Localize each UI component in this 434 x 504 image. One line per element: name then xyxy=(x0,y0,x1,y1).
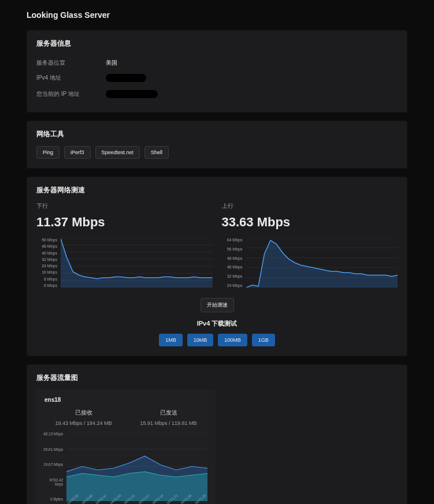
rx-stat: 已接收 19.43 Mbps / 184.24 MB xyxy=(41,409,126,426)
page-title: Looking Glass Server xyxy=(27,10,407,20)
tool-speedtest-button[interactable]: Speedtest.net xyxy=(95,146,140,159)
upload-label: 上行 xyxy=(222,202,398,210)
info-label: 服务器位置 xyxy=(36,59,106,67)
upload-chart: 64 Mbps56 Mbps48 Mbps40 Mbps32 Mbps24 Mb… xyxy=(222,238,398,288)
tools-heading: 网络工具 xyxy=(36,129,398,139)
start-speedtest-button[interactable]: 开始测速 xyxy=(201,298,234,312)
tx-summary: 15.91 Mbps / 119.81 MB xyxy=(126,420,211,426)
download-chart: 56 Mbps48 Mbps40 Mbps32 Mbps24 Mbps16 Mb… xyxy=(36,238,213,288)
rx-title: 已接收 xyxy=(41,409,126,417)
server-info-heading: 服务器信息 xyxy=(36,39,398,48)
server-info-card: 服务器信息 服务器位置 美国 IPv4 地址 您当前的 IP 地址 xyxy=(27,30,407,113)
interface-card: ens18 已接收 19.43 Mbps / 184.24 MB 已发送 15.… xyxy=(36,390,216,504)
info-row-ipv4: IPv4 地址 xyxy=(36,70,398,87)
info-label: IPv4 地址 xyxy=(36,74,106,83)
flow-heading: 服务器流量图 xyxy=(36,373,398,383)
download-label: 下行 xyxy=(36,202,213,210)
tool-ping-button[interactable]: Ping xyxy=(36,146,60,159)
tool-shell-button[interactable]: Shell xyxy=(144,146,169,159)
download-10mb-button[interactable]: 10MB xyxy=(187,334,214,346)
rx-summary: 19.43 Mbps / 184.24 MB xyxy=(41,420,126,426)
download-column: 下行 11.37 Mbps 56 Mbps48 Mbps40 Mbps32 Mb… xyxy=(36,202,213,288)
download-1mb-button[interactable]: 1MB xyxy=(159,334,183,346)
info-label: 您当前的 IP 地址 xyxy=(36,90,106,99)
info-row-location: 服务器位置 美国 xyxy=(36,55,398,70)
flow-chart: 40.13 Mbps29.61 Mbps19.67 Mbps9703.42 kb… xyxy=(41,432,211,504)
tool-iperf3-button[interactable]: iPerf3 xyxy=(64,146,91,159)
interface-name: ens18 xyxy=(41,397,211,409)
flow-card: 服务器流量图 ens18 已接收 19.43 Mbps / 184.24 MB … xyxy=(27,364,407,504)
download-value: 11.37 Mbps xyxy=(36,215,213,230)
download-100mb-button[interactable]: 100MB xyxy=(218,334,247,346)
redacted-your-ip xyxy=(106,90,158,98)
download-1gb-button[interactable]: 1GB xyxy=(252,334,275,346)
tx-stat: 已发送 15.91 Mbps / 119.81 MB xyxy=(126,409,211,426)
tools-card: 网络工具 Ping iPerf3 Speedtest.net Shell xyxy=(27,121,407,169)
speedtest-heading: 服务器网络测速 xyxy=(36,185,398,195)
info-value: 美国 xyxy=(106,59,117,67)
tx-title: 已发送 xyxy=(126,409,211,417)
download-test-heading: IPv4 下载测试 xyxy=(36,319,398,328)
info-value xyxy=(106,90,158,99)
info-value xyxy=(106,74,146,83)
upload-value: 33.63 Mbps xyxy=(222,215,398,230)
upload-column: 上行 33.63 Mbps 64 Mbps56 Mbps48 Mbps40 Mb… xyxy=(222,202,398,288)
redacted-ipv4 xyxy=(106,74,146,82)
speedtest-card: 服务器网络测速 下行 11.37 Mbps 56 Mbps48 Mbps40 M… xyxy=(27,177,407,356)
info-row-your-ip: 您当前的 IP 地址 xyxy=(36,87,398,103)
